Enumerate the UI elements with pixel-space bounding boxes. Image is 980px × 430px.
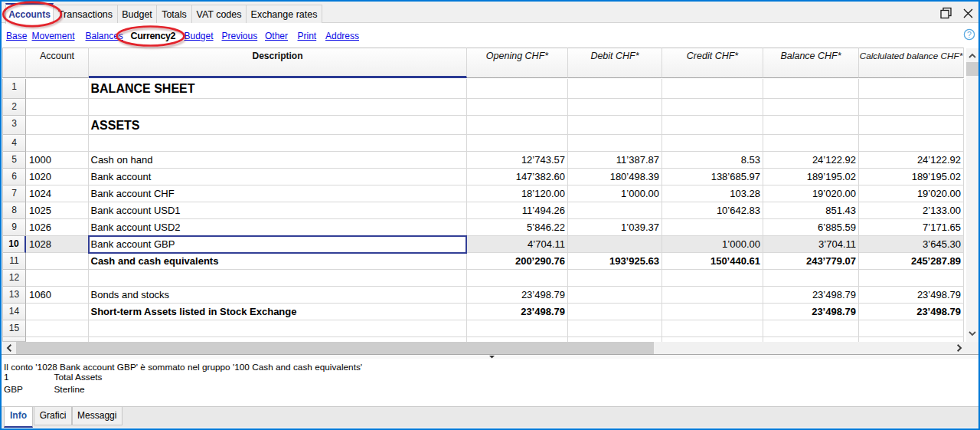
svg-text:?: ? (967, 30, 972, 39)
